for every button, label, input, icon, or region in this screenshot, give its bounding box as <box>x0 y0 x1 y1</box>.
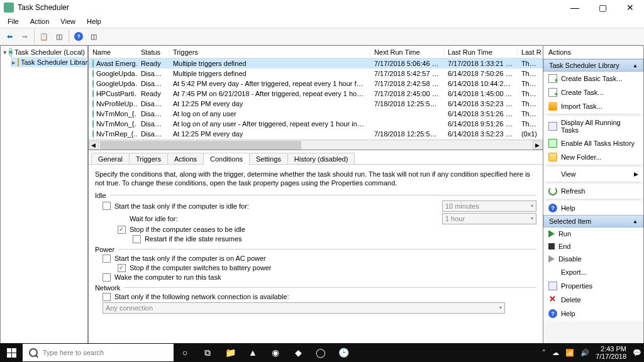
cortana-icon[interactable]: ○ <box>174 343 196 362</box>
toolbar-help-icon[interactable] <box>72 30 86 43</box>
collapse-icon[interactable]: ▲ <box>633 63 638 69</box>
tab-general[interactable]: General <box>91 153 130 165</box>
start-button[interactable] <box>0 343 23 362</box>
tree-root[interactable]: ▾ Task Scheduler (Local) <box>2 47 86 57</box>
action-enable-all-tasks-history[interactable]: Enable All Tasks History <box>543 136 643 150</box>
power-battery-checkbox[interactable] <box>118 264 126 272</box>
idle-stop-checkbox[interactable] <box>118 226 126 234</box>
scroll-thumb[interactable] <box>100 141 301 150</box>
windows-taskbar[interactable]: Type here to search ○ ⧉ 📁 ▲ ◉ ◆ ◯ 🕑 ˄ ☁ … <box>0 343 644 362</box>
table-row[interactable]: NvTmMon_{…DisabledAt log on of any user … <box>89 119 543 129</box>
col-last[interactable]: Last Run Time <box>444 47 518 57</box>
taskbar-search[interactable]: Type here to search <box>23 344 174 361</box>
idle-minutes-select[interactable]: 10 minutes▾ <box>442 200 536 212</box>
action-create-task[interactable]: Create Task... <box>543 85 643 99</box>
table-row[interactable]: Avast Emerg…ReadyMultiple triggers defin… <box>89 58 543 69</box>
action-import-task[interactable]: Import Task... <box>543 99 643 113</box>
network-connection-select[interactable]: Any connection▾ <box>103 302 505 314</box>
scroll-right-icon[interactable]: ▶ <box>533 141 543 150</box>
app-generic-icon[interactable]: ◆ <box>287 343 309 362</box>
app-explorer-icon[interactable]: 📁 <box>219 343 242 362</box>
col-next[interactable]: Next Run Time <box>370 47 444 57</box>
toolbar-pane-icon[interactable]: ◫ <box>52 30 66 43</box>
task-result: The o <box>518 80 543 87</box>
table-row[interactable]: NvProfileUp…DisabledAt 12:25 PM every da… <box>89 99 543 109</box>
system-tray[interactable]: ˄ ☁ 📶 🔊 2:43 PM 7/17/2018 💬 <box>542 345 644 360</box>
tab-history[interactable]: History (disabled) <box>287 153 355 165</box>
action-end[interactable]: End <box>543 240 643 253</box>
task-icon <box>92 129 94 138</box>
scroll-left-icon[interactable]: ◀ <box>89 141 99 150</box>
task-list[interactable]: Name Status Triggers Next Run Time Last … <box>88 46 543 150</box>
idle-hour-select[interactable]: 1 hour▾ <box>442 213 536 224</box>
tab-conditions[interactable]: Conditions <box>203 153 250 165</box>
col-name[interactable]: Name <box>89 47 137 57</box>
table-row[interactable]: GoogleUpda…DisabledAt 5:42 PM every day … <box>89 79 543 89</box>
maximize-button[interactable]: ▢ <box>589 0 616 15</box>
tray-clock[interactable]: 2:43 PM 7/17/2018 <box>596 345 626 360</box>
action-help[interactable]: Help <box>543 201 643 215</box>
tab-triggers[interactable]: Triggers <box>129 153 168 165</box>
tray-volume-icon[interactable]: 🔊 <box>580 349 589 357</box>
col-status[interactable]: Status <box>137 47 169 57</box>
expand-icon[interactable]: ▸ <box>12 58 16 67</box>
action-delete[interactable]: Delete <box>543 293 643 307</box>
action-run[interactable]: Run <box>543 228 643 240</box>
toolbar-action-icon[interactable]: 📋 <box>37 30 51 43</box>
idle-start-checkbox[interactable] <box>103 202 111 210</box>
menu-view[interactable]: View <box>55 16 80 26</box>
action-help[interactable]: Help <box>543 307 643 321</box>
action-export[interactable]: Export... <box>543 265 643 279</box>
import-icon <box>548 102 557 111</box>
idle-restart-checkbox[interactable] <box>133 235 141 243</box>
action-properties[interactable]: Properties <box>543 279 643 293</box>
nav-tree[interactable]: ▾ Task Scheduler (Local) ▸ Task Schedule… <box>0 45 88 345</box>
tab-settings[interactable]: Settings <box>249 153 288 165</box>
forward-button[interactable]: ➡ <box>18 30 31 43</box>
tray-notifications-icon[interactable]: 💬 <box>633 349 641 357</box>
tree-library[interactable]: ▸ Task Scheduler Library <box>11 57 86 67</box>
tray-cloud-icon[interactable]: ☁ <box>552 349 559 357</box>
action-view[interactable]: View▶ <box>543 167 643 181</box>
tray-wifi-icon[interactable]: 📶 <box>565 349 574 357</box>
action-refresh[interactable]: Refresh <box>543 184 643 198</box>
power-ac-checkbox[interactable] <box>103 255 111 263</box>
task-result: The o <box>518 60 543 67</box>
task-icon <box>92 109 94 118</box>
minimize-button[interactable]: — <box>561 0 589 15</box>
app-vlc-icon[interactable]: ▲ <box>242 343 264 362</box>
horizontal-scrollbar[interactable]: ◀ ▶ <box>89 140 543 150</box>
toolbar-pane2-icon[interactable]: ◫ <box>87 30 101 43</box>
back-button[interactable]: ⬅ <box>3 30 16 43</box>
tab-actions[interactable]: Actions <box>167 153 204 165</box>
table-row[interactable]: NvTmMon_{…DisabledAt log on of any user6… <box>89 109 543 119</box>
folder-icon <box>548 153 557 162</box>
collapse-icon[interactable]: ▲ <box>633 219 638 224</box>
network-checkbox[interactable] <box>103 293 111 301</box>
close-button[interactable]: ✕ <box>616 0 644 15</box>
blank-icon <box>548 268 557 277</box>
table-row[interactable]: GoogleUpda…DisabledMultiple triggers def… <box>89 69 543 79</box>
app-chrome-icon[interactable]: ◉ <box>264 343 287 362</box>
col-result[interactable]: Last R <box>518 47 543 57</box>
col-triggers[interactable]: Triggers <box>169 47 370 57</box>
app-scheduler-icon[interactable]: 🕑 <box>332 343 355 362</box>
taskview-icon[interactable]: ⧉ <box>196 343 219 362</box>
action-display-all-running-tasks[interactable]: Display All Running Tasks <box>543 116 643 136</box>
table-row[interactable]: HPCustParti…ReadyAt 7:45 PM on 6/21/2018… <box>89 89 543 99</box>
action-disable[interactable]: Disable <box>543 253 643 265</box>
app-generic2-icon[interactable]: ◯ <box>309 343 332 362</box>
actions-lib-section[interactable]: Task Scheduler Library ▲ <box>543 59 643 72</box>
task-result: (0x1) <box>518 130 543 138</box>
power-wake-checkbox[interactable] <box>103 273 111 282</box>
table-row[interactable]: NvTmRep_{…DisabledAt 12:25 PM every day7… <box>89 129 543 139</box>
tray-chevron-icon[interactable]: ˄ <box>542 349 546 357</box>
action-create-basic-task[interactable]: Create Basic Task... <box>543 72 643 85</box>
expand-icon[interactable]: ▾ <box>3 48 7 57</box>
menu-help[interactable]: Help <box>82 16 106 26</box>
menu-action[interactable]: Action <box>25 16 55 26</box>
task-icon <box>92 59 94 68</box>
menu-file[interactable]: File <box>3 16 24 26</box>
actions-sel-section[interactable]: Selected Item ▲ <box>543 215 643 228</box>
action-new-folder[interactable]: New Folder... <box>543 150 643 164</box>
